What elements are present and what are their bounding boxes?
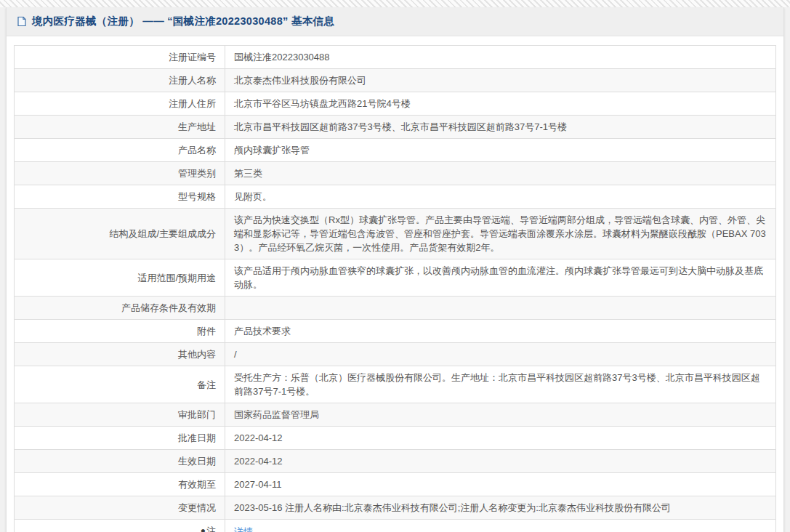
row-value: 颅内球囊扩张导管 <box>225 139 776 162</box>
details-link[interactable]: 详情 <box>234 526 253 532</box>
row-label: 管理类别 <box>15 162 225 185</box>
table-row: 有效期至2027-04-11 <box>15 473 776 496</box>
table-row: 适用范围/预期用途该产品适用于颅内动脉血管狭窄的球囊扩张，以改善颅内动脉血管的血… <box>15 259 776 297</box>
content-panel: 境内医疗器械（注册） —— “国械注准20223030488” 基本信息 注册证… <box>6 7 784 532</box>
table-row: 注册人名称北京泰杰伟业科技股份有限公司 <box>15 69 776 92</box>
table-row: 生效日期2022-04-12 <box>15 450 776 473</box>
table-row: 批准日期2022-04-12 <box>15 427 776 450</box>
page-top-stripes <box>0 0 790 7</box>
table-row: 产品名称颅内球囊扩张导管 <box>15 139 776 162</box>
row-label: 适用范围/预期用途 <box>15 259 225 297</box>
note-icon: ● <box>201 524 206 532</box>
row-value: 北京市昌平科技园区超前路37号3号楼、北京市昌平科技园区超前路37号7-1号楼 <box>225 116 776 139</box>
table-row: 注册人住所北京市平谷区马坊镇盘龙西路21号院4号楼 <box>15 92 776 116</box>
panel-header: 境内医疗器械（注册） —— “国械注准20223030488” 基本信息 <box>7 7 783 36</box>
row-label: 注册证编号 <box>15 46 225 69</box>
row-value: 产品技术要求 <box>225 320 776 343</box>
table-row: 备注受托生产方：乐普（北京）医疗器械股份有限公司。生产地址：北京市昌平科技园区超… <box>15 366 776 403</box>
table-row: 结构及组成/主要组成成分该产品为快速交换型（Rx型）球囊扩张导管。产品主要由导管… <box>15 209 776 259</box>
row-label: 产品储存条件及有效期 <box>15 297 225 320</box>
row-value: 该产品为快速交换型（Rx型）球囊扩张导管。产品主要由导管远端、导管近端两部分组成… <box>225 209 776 259</box>
row-label: 批准日期 <box>15 427 225 450</box>
row-value: 该产品适用于颅内动脉血管狭窄的球囊扩张，以改善颅内动脉血管的血流灌注。颅内球囊扩… <box>225 259 776 297</box>
table-row: 产品储存条件及有效期 <box>15 297 776 320</box>
row-value: 见附页。 <box>225 185 776 209</box>
row-label: 生产地址 <box>15 116 225 139</box>
row-label: ●注 <box>15 520 225 532</box>
info-table: 注册证编号国械注准20223030488注册人名称北京泰杰伟业科技股份有限公司注… <box>14 45 776 532</box>
table-row: ●注详情 <box>15 520 776 532</box>
row-value: 北京泰杰伟业科技股份有限公司 <box>225 69 776 92</box>
row-value: 2027-04-11 <box>225 473 776 496</box>
row-label: 变更情况 <box>15 496 225 520</box>
row-label: 生效日期 <box>15 450 225 473</box>
row-label: 其他内容 <box>15 343 225 366</box>
row-value <box>225 297 776 320</box>
row-label: 产品名称 <box>15 139 225 162</box>
row-label: 注册人住所 <box>15 92 225 116</box>
row-value: 2022-04-12 <box>225 450 776 473</box>
row-label: 有效期至 <box>15 473 225 496</box>
table-row: 型号规格见附页。 <box>15 185 776 209</box>
row-value: 受托生产方：乐普（北京）医疗器械股份有限公司。生产地址：北京市昌平科技园区超前路… <box>225 366 776 403</box>
table-row: 其他内容/ <box>15 343 776 366</box>
table-row: 管理类别第三类 <box>15 162 776 185</box>
row-value: 2022-04-12 <box>225 427 776 450</box>
row-label: 附件 <box>15 320 225 343</box>
row-label: 结构及组成/主要组成成分 <box>15 209 225 259</box>
row-value: 2023-05-16 注册人名称由:北京泰杰伟业科技有限公司;注册人名称变更为:… <box>225 496 776 520</box>
table-row: 附件产品技术要求 <box>15 320 776 343</box>
table-row: 变更情况2023-05-16 注册人名称由:北京泰杰伟业科技有限公司;注册人名称… <box>15 496 776 520</box>
row-value: 北京市平谷区马坊镇盘龙西路21号院4号楼 <box>225 92 776 116</box>
row-value: / <box>225 343 776 366</box>
row-label: 注册人名称 <box>15 69 225 92</box>
row-value: 国械注准20223030488 <box>225 46 776 69</box>
row-value: 第三类 <box>225 162 776 185</box>
panel-content: 注册证编号国械注准20223030488注册人名称北京泰杰伟业科技股份有限公司注… <box>7 36 783 532</box>
row-label: 备注 <box>15 366 225 403</box>
row-label: 审批部门 <box>15 403 225 427</box>
info-table-body: 注册证编号国械注准20223030488注册人名称北京泰杰伟业科技股份有限公司注… <box>15 46 776 532</box>
table-row: 审批部门国家药品监督管理局 <box>15 403 776 427</box>
row-value: 国家药品监督管理局 <box>225 403 776 427</box>
document-icon <box>17 16 27 27</box>
table-row: 生产地址北京市昌平科技园区超前路37号3号楼、北京市昌平科技园区超前路37号7-… <box>15 116 776 139</box>
table-row: 注册证编号国械注准20223030488 <box>15 46 776 69</box>
row-label: 型号规格 <box>15 185 225 209</box>
row-value: 详情 <box>225 520 776 532</box>
page-title: 境内医疗器械（注册） —— “国械注准20223030488” 基本信息 <box>32 15 334 28</box>
